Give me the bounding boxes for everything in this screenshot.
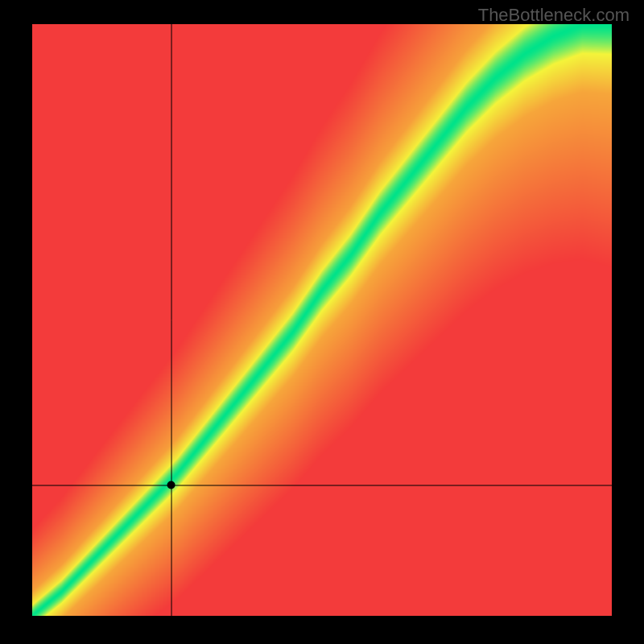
heatmap-plot xyxy=(32,24,612,616)
watermark-text: TheBottleneck.com xyxy=(478,5,630,26)
chart-container: TheBottleneck.com xyxy=(0,0,644,644)
heatmap-canvas xyxy=(32,24,612,616)
